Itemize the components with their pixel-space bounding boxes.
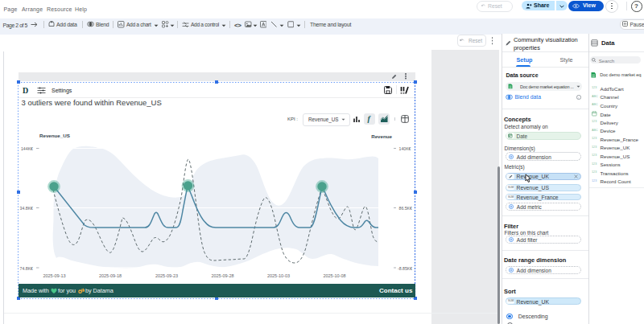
svg-text:2025-10-03: 2025-10-03 [267, 273, 290, 278]
svg-text:144K€: 144K€ [21, 146, 33, 151]
svg-text:2025-09-18: 2025-09-18 [99, 273, 122, 278]
svg-text:34.8K€: 34.8K€ [20, 206, 34, 211]
svg-text:74.8K€: 74.8K€ [20, 266, 34, 271]
svg-text:Revenue_US: Revenue_US [39, 133, 70, 138]
svg-text:2025-09-13: 2025-09-13 [43, 273, 65, 278]
svg-text:Revenue: Revenue [371, 133, 392, 139]
svg-text:-8.85K€: -8.85K€ [398, 266, 412, 271]
svg-text:2025-09-23: 2025-09-23 [155, 273, 178, 278]
svg-text:2025-10-08: 2025-10-08 [323, 273, 345, 278]
svg-text:2025-09-28: 2025-09-28 [211, 273, 233, 278]
svg-text:86.5K€: 86.5K€ [399, 206, 413, 211]
svg-text:140K€: 140K€ [399, 146, 411, 151]
